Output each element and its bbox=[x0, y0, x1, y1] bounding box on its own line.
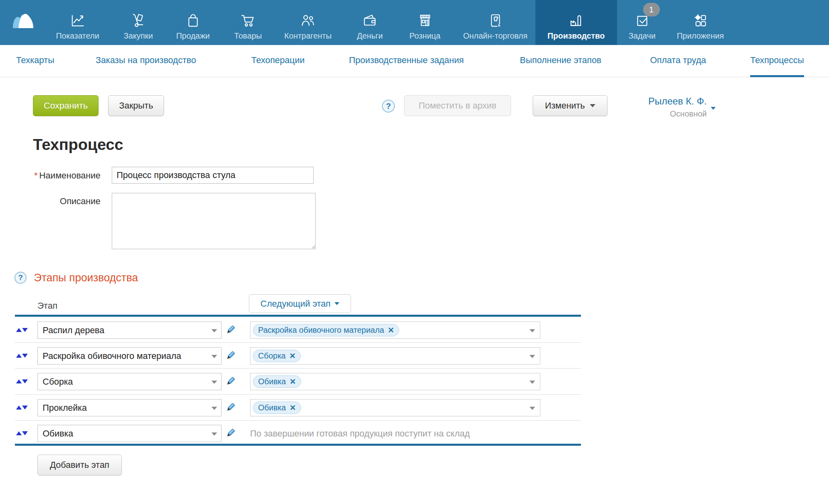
edit-pencil-icon[interactable] bbox=[224, 402, 236, 414]
user-name-link[interactable]: Рылеев К. Ф. bbox=[591, 96, 707, 107]
remove-chip-icon[interactable]: ✕ bbox=[289, 377, 296, 386]
next-stage-multiselect[interactable]: Раскройка обивочного материала✕ bbox=[250, 322, 540, 339]
topnav-item-apps[interactable]: Приложения bbox=[677, 0, 724, 45]
row-sort-handle[interactable] bbox=[16, 377, 29, 385]
production-icon bbox=[567, 12, 585, 29]
next-stage-multiselect[interactable]: Сборка✕ bbox=[250, 347, 540, 365]
tab-stage-execution[interactable]: Выполнение этапов bbox=[520, 45, 601, 77]
sort-up-icon bbox=[16, 379, 22, 383]
shopping-cart-icon bbox=[239, 12, 257, 29]
app-window: Показатели Закупки Продажи Товары Контра… bbox=[0, 0, 829, 504]
remove-chip-icon[interactable]: ✕ bbox=[388, 326, 394, 335]
topnav-item-purchases[interactable]: Закупки bbox=[124, 0, 153, 45]
topnav-label: Задачи bbox=[628, 31, 655, 41]
chevron-down-icon bbox=[529, 407, 535, 410]
edit-pencil-icon[interactable] bbox=[224, 427, 236, 439]
topnav-item-counterparties[interactable]: Контрагенты bbox=[284, 0, 332, 45]
topnav-item-money[interactable]: Деньги bbox=[357, 0, 383, 45]
next-stage-chip: Раскройка обивочного материала✕ bbox=[253, 324, 399, 336]
next-stage-label: Следующий этап bbox=[261, 299, 330, 309]
next-stage-chip: Сборка✕ bbox=[253, 350, 301, 362]
topnav-item-goods[interactable]: Товары bbox=[234, 0, 262, 45]
apps-grid-icon bbox=[692, 12, 709, 29]
topnav-item-tasks[interactable]: 1 Задачи bbox=[628, 0, 655, 45]
next-stage-multiselect[interactable]: Обивка✕ bbox=[250, 373, 540, 390]
chevron-down-icon bbox=[211, 329, 217, 332]
row-sort-handle[interactable] bbox=[16, 326, 29, 334]
chevron-down-icon bbox=[529, 355, 535, 358]
name-input[interactable] bbox=[112, 167, 314, 184]
save-button[interactable]: Сохранить bbox=[33, 95, 98, 116]
tab-tech-cards[interactable]: Техкарты bbox=[16, 45, 54, 77]
topnav-item-retail[interactable]: Розница bbox=[409, 0, 440, 45]
edit-menu-label: Изменить bbox=[545, 100, 585, 111]
stage-select[interactable]: Обивка bbox=[37, 425, 222, 442]
stage-select[interactable]: Проклейка bbox=[37, 399, 222, 416]
description-textarea[interactable] bbox=[112, 193, 316, 249]
sort-up-icon bbox=[16, 354, 22, 358]
required-asterisk: * bbox=[34, 170, 38, 180]
stage-select[interactable]: Сборка bbox=[37, 373, 222, 390]
user-context-label: Основной bbox=[591, 109, 707, 119]
chevron-down-icon bbox=[334, 302, 339, 305]
chevron-down-icon bbox=[211, 381, 217, 384]
wallet-icon bbox=[361, 12, 379, 29]
row-sort-handle[interactable] bbox=[16, 429, 29, 437]
final-stage-note: По завершении готовая продукция поступит… bbox=[250, 425, 470, 442]
chevron-down-icon bbox=[211, 407, 217, 410]
stage-select[interactable]: Раскройка обивочного материала bbox=[37, 347, 222, 365]
stage-column-header: Этап bbox=[37, 301, 57, 311]
user-menu-chevron-icon[interactable] bbox=[711, 107, 716, 110]
topnav-label: Розница bbox=[409, 31, 440, 41]
close-button[interactable]: Закрыть bbox=[108, 95, 164, 116]
top-navigation-bar: Показатели Закупки Продажи Товары Контра… bbox=[0, 0, 829, 45]
topnav-item-online-trade[interactable]: Онлайн-торговля bbox=[463, 0, 527, 45]
chevron-down-icon bbox=[211, 355, 217, 358]
edit-pencil-icon[interactable] bbox=[224, 350, 236, 362]
topnav-label: Деньги bbox=[357, 31, 383, 41]
remove-chip-icon[interactable]: ✕ bbox=[289, 351, 295, 361]
tab-tech-processes[interactable]: Техпроцессы bbox=[750, 45, 804, 77]
row-divider bbox=[15, 342, 581, 343]
production-section-tabs: Техкарты Заказы на производство Техопера… bbox=[0, 45, 829, 77]
chevron-down-icon bbox=[211, 432, 217, 436]
tab-labor-payment[interactable]: Оплата труда bbox=[650, 45, 706, 77]
row-sort-handle[interactable] bbox=[16, 404, 29, 412]
next-stage-multiselect[interactable]: Обивка✕ bbox=[250, 399, 540, 416]
edit-pencil-icon[interactable] bbox=[224, 375, 236, 387]
hand-truck-icon bbox=[129, 12, 147, 29]
tab-tech-operations[interactable]: Техоперации bbox=[251, 45, 305, 77]
remove-chip-icon[interactable]: ✕ bbox=[289, 403, 296, 412]
topnav-label: Приложения bbox=[677, 31, 724, 41]
help-icon[interactable]: ? bbox=[382, 100, 395, 113]
row-divider bbox=[15, 368, 581, 369]
topnav-item-indicators[interactable]: Показатели bbox=[56, 0, 99, 45]
next-stage-column-button[interactable]: Следующий этап bbox=[249, 294, 351, 313]
next-stage-chip: Обивка✕ bbox=[253, 375, 301, 388]
archive-button: Поместить в архив bbox=[404, 95, 511, 116]
description-field-label: Описание bbox=[16, 196, 101, 207]
stage-select[interactable]: Распил дерева bbox=[37, 322, 222, 339]
row-sort-handle[interactable] bbox=[16, 352, 29, 360]
chevron-down-icon bbox=[529, 381, 535, 384]
topnav-label: Продажи bbox=[176, 31, 210, 41]
people-icon bbox=[299, 12, 317, 29]
tab-production-orders[interactable]: Заказы на производство bbox=[96, 45, 196, 77]
stages-help-icon[interactable]: ? bbox=[14, 272, 27, 284]
chart-trend-icon bbox=[69, 12, 86, 29]
moysklad-logo-icon[interactable] bbox=[10, 5, 35, 34]
tasks-count-badge: 1 bbox=[643, 3, 660, 16]
edit-pencil-icon[interactable] bbox=[224, 324, 236, 336]
sort-down-icon bbox=[22, 379, 28, 383]
shopping-bag-icon bbox=[184, 12, 202, 29]
row-divider bbox=[15, 420, 581, 421]
chevron-down-icon bbox=[529, 329, 535, 332]
topnav-item-sales[interactable]: Продажи bbox=[176, 0, 210, 45]
add-stage-button[interactable]: Добавить этап bbox=[37, 455, 122, 475]
user-menu: Рылеев К. Ф. Основной bbox=[591, 96, 707, 119]
sort-down-icon bbox=[22, 354, 28, 358]
table-top-rule bbox=[15, 315, 581, 317]
topnav-item-production[interactable]: Производство bbox=[536, 0, 617, 45]
tab-production-tasks[interactable]: Производственные задания bbox=[349, 45, 464, 77]
sort-up-icon bbox=[16, 431, 22, 435]
